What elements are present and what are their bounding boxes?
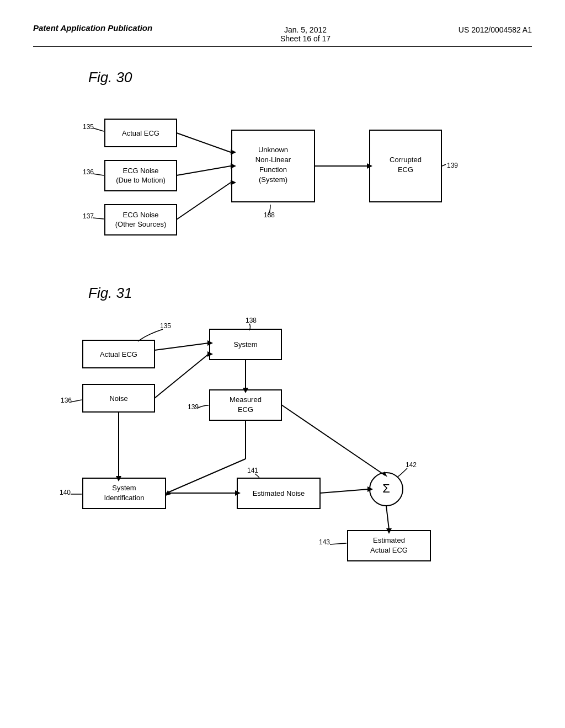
svg-line-68 (386, 506, 389, 529)
publication-date: Jan. 5, 2012 Sheet 16 of 17 (280, 22, 331, 43)
svg-text:Unknown: Unknown (258, 146, 288, 154)
svg-line-16 (177, 133, 231, 152)
svg-line-53 (154, 354, 209, 398)
svg-text:Actual ECG: Actual ECG (122, 129, 159, 137)
svg-text:Non-Linear: Non-Linear (255, 156, 291, 164)
svg-text:(Due to Motion): (Due to Motion) (116, 176, 166, 184)
svg-text:141: 141 (247, 467, 258, 474)
fig30-area: Fig. 30 Actual ECG ECG Noise (Due to Mot… (33, 69, 532, 274)
svg-text:ECG: ECG (398, 165, 413, 174)
svg-line-66 (320, 489, 369, 493)
page: Patent Application Publication Jan. 5, 2… (0, 0, 565, 728)
svg-text:System: System (233, 340, 257, 349)
svg-text:System: System (112, 484, 136, 492)
svg-line-62 (167, 459, 246, 493)
svg-text:(System): (System) (259, 175, 287, 184)
publication-title: Patent Application Publication (33, 22, 152, 34)
svg-line-80 (330, 543, 347, 544)
svg-text:Measured: Measured (230, 395, 262, 404)
svg-line-74 (71, 400, 82, 402)
svg-text:Corrupted: Corrupted (390, 156, 422, 164)
svg-text:Noise: Noise (109, 394, 127, 403)
svg-text:139: 139 (188, 403, 199, 411)
svg-text:Σ: Σ (382, 481, 390, 495)
fig31-diagram: Actual ECG Noise System Measured ECG Sys… (50, 313, 546, 566)
svg-text:Identification: Identification (104, 494, 145, 502)
svg-text:136: 136 (61, 397, 72, 404)
svg-line-20 (177, 183, 231, 220)
svg-text:ECG Noise: ECG Noise (122, 167, 158, 175)
svg-text:142: 142 (406, 461, 417, 469)
svg-text:143: 143 (319, 538, 330, 546)
svg-text:136: 136 (83, 168, 94, 176)
svg-line-27 (93, 174, 104, 175)
svg-line-18 (177, 166, 231, 175)
svg-text:ECG Noise: ECG Noise (122, 211, 158, 219)
svg-line-25 (93, 128, 104, 131)
svg-text:(Other Sources): (Other Sources) (115, 220, 166, 228)
svg-text:ECG: ECG (238, 405, 253, 414)
svg-text:Estimated Noise: Estimated Noise (253, 489, 305, 497)
svg-text:Actual ECG: Actual ECG (100, 350, 137, 358)
svg-text:138: 138 (246, 317, 257, 324)
page-header: Patent Application Publication Jan. 5, 2… (33, 22, 532, 47)
fig30-diagram: Actual ECG ECG Noise (Due to Motion) ECG… (50, 97, 546, 274)
svg-line-51 (154, 343, 209, 350)
fig30-label: Fig. 30 (88, 69, 532, 86)
fig31-label: Fig. 31 (88, 285, 532, 302)
svg-text:135: 135 (160, 322, 171, 330)
patent-number: US 2012/0004582 A1 (459, 22, 532, 34)
svg-text:135: 135 (83, 123, 94, 131)
svg-text:137: 137 (83, 212, 94, 220)
svg-line-57 (281, 405, 385, 475)
svg-text:Function: Function (259, 165, 287, 174)
svg-text:139: 139 (447, 162, 458, 169)
svg-text:Estimated: Estimated (373, 536, 405, 544)
svg-line-29 (93, 218, 104, 219)
svg-text:Actual ECG: Actual ECG (370, 546, 408, 554)
fig31-area: Fig. 31 Actual ECG Noise System Measured… (33, 285, 532, 566)
svg-text:140: 140 (60, 489, 71, 496)
